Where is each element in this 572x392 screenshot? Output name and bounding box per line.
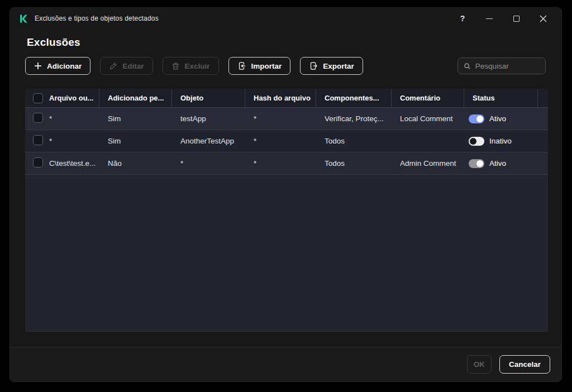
cell-objeto: * (172, 159, 245, 168)
cell-comentario: Local Comment (392, 114, 464, 123)
table-empty-area (25, 175, 548, 332)
column-header-objeto[interactable]: Objeto (172, 89, 245, 107)
cell-objeto: testApp (172, 114, 245, 123)
close-icon (540, 15, 547, 22)
column-header-arquivo[interactable]: Arquivo ou... (49, 89, 99, 107)
row-checkbox[interactable] (33, 157, 43, 168)
row-checkbox[interactable] (33, 113, 43, 123)
desktop-background: Exclusões e tipos de objetos detectados … (0, 0, 572, 392)
page-title: Exclusões (27, 36, 561, 49)
cell-objeto: AnotherTestApp (172, 137, 245, 145)
toggle-knob (476, 160, 483, 167)
window-controls: ? (453, 11, 552, 26)
cell-status: Ativo (464, 114, 538, 123)
status-label: Ativo (489, 114, 506, 123)
cell-adicionado: Sim (99, 114, 172, 123)
delete-button-label: Excluir (185, 62, 210, 70)
cell-status: Ativo (464, 159, 538, 168)
cell-adicionado: Não (99, 159, 172, 168)
cell-componentes: Todos (316, 159, 392, 168)
column-header-comentario[interactable]: Comentário (392, 89, 464, 107)
column-header-status[interactable]: Status (464, 89, 538, 107)
toggle-knob (470, 138, 476, 145)
status-toggle[interactable] (469, 137, 484, 146)
status-label: Ativo (489, 159, 506, 168)
search-input[interactable] (475, 62, 540, 70)
cell-hash: * (245, 137, 316, 145)
cell-componentes: Todos (316, 137, 392, 145)
edit-button[interactable]: Editar (100, 57, 152, 75)
pencil-icon (109, 62, 117, 70)
exclusions-table: Arquivo ou... Adicionado pe... Objeto Ha… (25, 89, 548, 332)
cell-arquivo: * (49, 114, 99, 123)
import-icon (237, 61, 246, 70)
app-window: Exclusões e tipos de objetos detectados … (9, 7, 562, 382)
add-button-label: Adicionar (47, 62, 82, 70)
maximize-icon (513, 16, 519, 22)
kaspersky-logo-icon (19, 14, 28, 23)
export-button-label: Exportar (323, 62, 354, 70)
help-button[interactable]: ? (453, 11, 472, 26)
maximize-button[interactable] (507, 11, 526, 26)
cell-comentario: Admin Comment (392, 159, 464, 168)
cell-arquivo: C\test\test.e... (49, 159, 99, 168)
window-title: Exclusões e tipos de objetos detectados (35, 15, 159, 22)
status-toggle[interactable] (469, 114, 484, 123)
minimize-icon (486, 18, 493, 19)
column-header-componentes[interactable]: Componentes... (316, 89, 392, 107)
search-icon (464, 62, 471, 70)
table-header: Arquivo ou... Adicionado pe... Objeto Ha… (25, 89, 548, 108)
delete-button[interactable]: Excluir (163, 57, 219, 75)
plus-icon (34, 62, 42, 70)
add-button[interactable]: Adicionar (25, 57, 90, 75)
table-row[interactable]: C\test\test.e... Não * * Todos Admin Com… (25, 152, 548, 175)
column-header-adicionado[interactable]: Adicionado pe... (99, 89, 172, 107)
cancel-button[interactable]: Cancelar (499, 355, 550, 374)
cell-hash: * (245, 159, 316, 168)
cell-arquivo: * (49, 137, 99, 145)
cell-adicionado: Sim (99, 137, 172, 145)
select-all-checkbox[interactable] (33, 93, 43, 103)
table-row[interactable]: * Sim AnotherTestApp * Todos Inativo (25, 130, 548, 152)
trash-icon (171, 62, 180, 70)
status-toggle[interactable] (469, 159, 484, 168)
status-label: Inativo (489, 137, 512, 145)
edit-button-label: Editar (122, 62, 144, 70)
row-checkbox[interactable] (33, 135, 43, 145)
import-button[interactable]: Importar (228, 57, 291, 75)
toggle-knob (476, 116, 483, 122)
toolbar: Adicionar Editar Excluir Importar Export… (25, 57, 546, 75)
export-icon (309, 61, 318, 70)
search-box (457, 58, 546, 74)
dialog-footer: OK Cancelar (10, 347, 561, 381)
window-titlebar: Exclusões e tipos de objetos detectados … (10, 8, 561, 29)
table-row[interactable]: * Sim testApp * Verificar, Proteç... Loc… (25, 108, 548, 130)
minimize-button[interactable] (480, 11, 499, 26)
column-header-hash[interactable]: Hash do arquivo (245, 89, 316, 107)
import-button-label: Importar (251, 62, 282, 70)
cell-componentes: Verificar, Proteç... (316, 114, 392, 123)
ok-button[interactable]: OK (467, 355, 492, 374)
cell-status: Inativo (464, 137, 538, 146)
help-icon: ? (460, 14, 465, 23)
export-button[interactable]: Exportar (300, 57, 363, 75)
close-button[interactable] (533, 11, 552, 26)
cell-hash: * (245, 114, 316, 123)
